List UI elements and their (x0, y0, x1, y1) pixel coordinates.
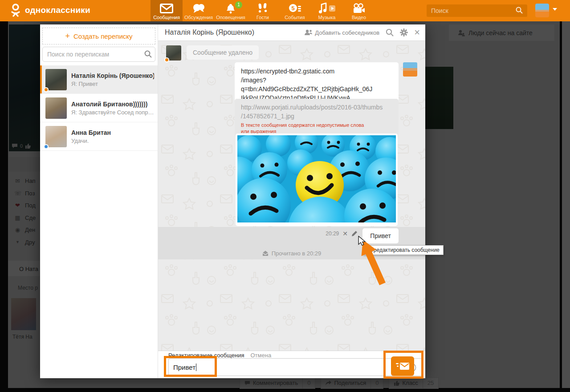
deleted-message-bubble: Сообщение удалено (187, 45, 259, 60)
discussions-icon (192, 3, 205, 14)
conversation-pane: Наталія Корінь (Ярошенко) Добавить собес… (158, 24, 425, 378)
ok-logo-icon (10, 4, 21, 17)
music-note-icon (318, 3, 336, 14)
conversation-title: Наталія Корінь (Ярошенко) (165, 28, 304, 36)
nav-notifications[interactable]: 1 Оповещения (215, 0, 247, 21)
online-dot-orange (164, 57, 169, 62)
nav-guests[interactable]: Гости (247, 0, 279, 21)
message-url-2-failed[interactable]: http://www.porjati.ru/uploads/posts/2016… (235, 99, 399, 137)
conversation-header: Наталія Корінь (Ярошенко) Добавить собес… (158, 24, 425, 41)
chat-preview: Я: Привет (71, 81, 154, 87)
avatar (166, 45, 181, 61)
user-avatar[interactable] (535, 4, 549, 17)
smiley-balls-image (237, 135, 396, 222)
message-input-value: Привет (173, 364, 195, 371)
nav-music-label: Музыка (318, 15, 336, 20)
messages-icon (160, 3, 173, 14)
chat-preview: Удачи. (71, 137, 154, 144)
add-people-button[interactable]: Добавить собеседников (304, 29, 379, 36)
chevron-down-icon[interactable] (553, 8, 557, 11)
bell-icon (225, 3, 236, 14)
own-avatar (403, 62, 417, 77)
online-dot-blue (44, 144, 49, 149)
close-icon[interactable]: × (414, 28, 420, 37)
chat-name: Анатолий Британов))))))) (71, 101, 154, 108)
chat-item-anna[interactable]: Анна Британ Удачи. (40, 122, 158, 151)
ok-logo[interactable]: одноклассники (10, 4, 90, 17)
forbidden-words-error: В тексте сообщения содержатся недопустим… (241, 122, 370, 134)
logo-text: одноклассники (25, 5, 90, 15)
global-search-input[interactable] (427, 4, 527, 17)
create-conversation-button[interactable]: + Создать переписку (42, 28, 155, 44)
chat-item-natalia[interactable]: Наталія Корінь (Ярошенко) Я: Привет (40, 65, 158, 94)
nav-video[interactable]: Видео (343, 0, 375, 21)
message-image-bubble[interactable] (236, 133, 398, 226)
avatar (45, 126, 67, 147)
read-envelope-icon (262, 251, 269, 256)
search-icon (144, 50, 152, 60)
nav-discussions-label: Обсуждения (184, 15, 213, 20)
search-icon (386, 28, 394, 36)
search-in-chat-button[interactable] (386, 28, 394, 36)
online-dot-orange (44, 87, 49, 92)
read-status-text: Прочитано в 20:29 (272, 250, 322, 257)
delete-message-icon[interactable]: ✕ (342, 230, 348, 237)
video-camera-icon (353, 3, 365, 14)
mouse-cursor (358, 236, 366, 246)
gear-icon (400, 28, 408, 36)
message-time: 20:29 (326, 230, 339, 237)
nav-notifications-label: Оповещения (216, 15, 245, 20)
top-navigation-bar: одноклассники Сообщения Обсуждения 1 Опо… (0, 0, 570, 21)
plus-icon: + (65, 32, 70, 41)
nav-messages[interactable]: Сообщения (151, 0, 183, 21)
message-input[interactable]: Привет (168, 358, 422, 376)
send-button[interactable] (391, 356, 414, 376)
chat-name: Наталія Корінь (Ярошенко) (71, 72, 154, 79)
add-people-label: Добавить собеседников (315, 29, 379, 36)
nav-events-label: События (285, 15, 305, 20)
footsteps-icon (258, 3, 268, 14)
nav-guests-label: Гости (256, 15, 269, 20)
add-person-icon (304, 29, 312, 36)
messages-area: Сообщение удалено https://encrypted-tbn2… (158, 41, 425, 351)
events-icon: 5 (288, 3, 301, 14)
nav-messages-label: Сообщения (153, 15, 180, 20)
text-caret (196, 364, 196, 371)
notifications-badge: 1 (235, 1, 242, 8)
chat-name: Анна Британ (71, 129, 154, 136)
chat-item-anatoliy[interactable]: Анатолий Британов))))))) Я: Здравствуйте… (40, 94, 158, 122)
compose-area: Редактирование сообщения Отмена Привет (158, 351, 425, 378)
send-envelope-icon (396, 362, 409, 371)
chat-search-input[interactable] (42, 47, 155, 62)
main-nav: Сообщения Обсуждения 1 Оповещения Гости … (151, 0, 375, 21)
messenger-dialog: + Создать переписку Наталія Корінь (Ярош… (40, 24, 425, 378)
search-icon (516, 7, 523, 16)
edit-message-icon[interactable] (351, 230, 358, 237)
nav-events[interactable]: 5 События (279, 0, 311, 21)
chat-settings-button[interactable] (400, 28, 408, 36)
message-deleted-row: Сообщение удалено (166, 45, 259, 61)
avatar (45, 97, 67, 119)
chat-list-sidebar: + Создать переписку Наталія Корінь (Ярош… (40, 24, 158, 378)
avatar (45, 69, 67, 90)
cancel-edit-link[interactable]: Отмена (250, 352, 271, 359)
svg-text:5: 5 (291, 5, 294, 12)
nav-music[interactable]: Музыка (311, 0, 343, 21)
nav-video-label: Видео (352, 15, 366, 20)
create-conversation-label: Создать переписку (73, 32, 133, 40)
chat-preview: Я: Здравствуйте Сосед попрос... (71, 109, 154, 116)
nav-discussions[interactable]: Обсуждения (183, 0, 215, 21)
